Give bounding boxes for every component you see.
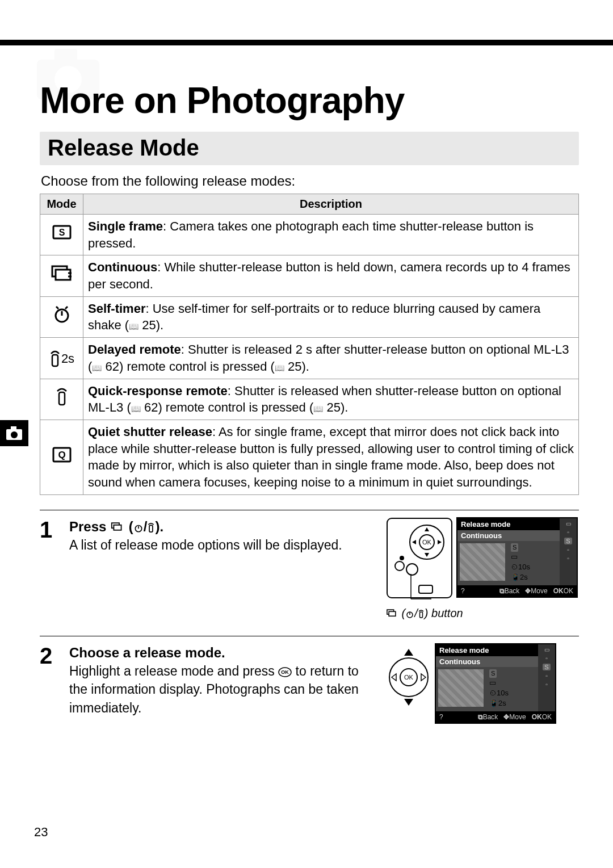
svg-rect-4 xyxy=(54,49,77,61)
lcd-thumbnail xyxy=(460,543,505,581)
svg-marker-50 xyxy=(404,699,413,706)
mode-icon-single-frame: S xyxy=(40,215,83,255)
mode-icon-self-timer xyxy=(40,296,83,337)
camera-back-illustration: OK xyxy=(386,517,453,602)
remote-icon xyxy=(147,522,155,534)
section-heading: Release Mode xyxy=(40,132,579,165)
release-mode-table: Mode Description S Single frame: Camera … xyxy=(40,194,579,495)
lcd-foot-help: ? xyxy=(461,587,465,595)
svg-rect-40 xyxy=(389,611,396,616)
page-ref-icon xyxy=(131,400,141,414)
lcd-side-strip: ▭▫S▫▫ xyxy=(560,518,577,585)
svg-rect-17 xyxy=(59,392,65,405)
side-tab-icon xyxy=(0,420,28,446)
lcd-screen-illustration: Release mode Continuous S ▭ ⏲10s xyxy=(435,643,556,724)
lcd-title: Release mode xyxy=(436,644,538,656)
lcd-title: Release mode xyxy=(457,518,560,530)
table-row: Self-timer: Use self-timer for self-port… xyxy=(40,296,579,337)
lcd-screen-illustration: Release mode Continuous S ▭ ⏲10s xyxy=(456,517,578,598)
svg-rect-36 xyxy=(419,585,433,593)
step-body-text: A list of release mode options will be d… xyxy=(69,536,375,554)
step-heading: Choose a release mode. xyxy=(69,643,375,662)
self-timer-icon xyxy=(133,523,144,533)
mode-icon-continuous xyxy=(40,255,83,296)
step-1: 1 Press (/). A list of release mode opti… xyxy=(40,510,579,636)
mode-icon-quiet: Q xyxy=(40,420,83,494)
svg-point-33 xyxy=(395,561,404,571)
mode-icon-quick-remote xyxy=(40,379,83,420)
table-header-description: Description xyxy=(83,194,579,215)
table-row: 2s Delayed remote: Shutter is released 2… xyxy=(40,338,579,379)
step-number: 1 xyxy=(40,517,64,620)
svg-rect-43 xyxy=(419,612,422,618)
svg-rect-9 xyxy=(56,270,70,280)
svg-line-15 xyxy=(65,307,68,309)
mode-desc: Self-timer: Use self-timer for self-port… xyxy=(83,296,579,337)
svg-text:S: S xyxy=(58,228,65,237)
lcd-highlight: Continuous xyxy=(436,656,538,667)
mode-icon-delayed-remote: 2s xyxy=(40,338,83,379)
lcd-options-list: S ▭ ⏲10s 📱2s xyxy=(486,667,538,711)
lcd-foot-back: Back xyxy=(505,587,520,595)
lcd-foot-move: Move xyxy=(531,587,547,595)
lcd-options-list: S ▭ ⏲10s 📱2s xyxy=(507,541,560,585)
svg-point-2 xyxy=(11,431,18,438)
chapter-title: More on Photography xyxy=(40,79,579,121)
svg-rect-24 xyxy=(149,525,153,532)
svg-text:Q: Q xyxy=(58,450,65,460)
lcd-foot-ok: OK xyxy=(542,713,552,721)
multi-selector-illustration: OK xyxy=(386,643,431,706)
svg-text:OK: OK xyxy=(404,674,414,681)
mode-desc: Quiet shutter release: As for single fra… xyxy=(83,420,579,494)
lcd-highlight: Continuous xyxy=(457,530,560,541)
lcd-foot-back: Back xyxy=(483,713,498,721)
page-ref-icon xyxy=(92,359,102,374)
lcd-thumbnail xyxy=(438,669,484,707)
intro-text: Choose from the following release modes: xyxy=(41,173,579,189)
section-title: Release Mode xyxy=(48,135,571,161)
lcd-foot-help: ? xyxy=(439,713,443,721)
table-row: Continuous: While shutter-release button… xyxy=(40,255,579,296)
step-body-text: Highlight a release mode and press OK to… xyxy=(69,662,375,717)
table-row: Q Quiet shutter release: As for single f… xyxy=(40,420,579,494)
mode-desc: Single frame: Camera takes one photograp… xyxy=(83,215,579,255)
page-ref-icon xyxy=(129,318,138,332)
lcd-side-strip: ▭▫S▫▫ xyxy=(538,644,555,711)
svg-marker-49 xyxy=(404,649,413,656)
svg-line-14 xyxy=(56,307,58,309)
page-ref-icon xyxy=(275,359,284,374)
mode-desc: Quick-response remote: Shutter is releas… xyxy=(83,379,579,420)
lcd-foot-move: Move xyxy=(509,713,526,721)
step-2: 2 Choose a release mode. Highlight a rel… xyxy=(40,636,579,740)
page-number: 23 xyxy=(34,825,48,840)
table-row: S Single frame: Camera takes one photogr… xyxy=(40,215,579,255)
lcd-foot-ok: OK xyxy=(564,587,573,595)
mode-desc: Continuous: While shutter-release button… xyxy=(83,255,579,296)
ok-button-icon: OK xyxy=(278,667,292,677)
table-header-mode: Mode xyxy=(40,194,83,215)
illustration-caption: (/) button xyxy=(386,607,579,620)
page-ref-icon xyxy=(313,400,323,414)
svg-text:OK: OK xyxy=(281,669,289,675)
step-heading: Press (/). xyxy=(69,517,375,536)
step-number: 2 xyxy=(40,643,64,724)
camera-icon xyxy=(6,426,23,441)
svg-rect-16 xyxy=(52,355,58,366)
mode-desc: Delayed remote: Shutter is released 2 s … xyxy=(83,338,579,379)
svg-text:OK: OK xyxy=(422,539,432,546)
svg-point-34 xyxy=(406,564,418,575)
continuous-icon xyxy=(110,522,125,532)
svg-rect-21 xyxy=(114,525,121,530)
svg-rect-1 xyxy=(11,426,16,430)
table-row: Quick-response remote: Shutter is releas… xyxy=(40,379,579,420)
svg-point-35 xyxy=(400,556,404,560)
